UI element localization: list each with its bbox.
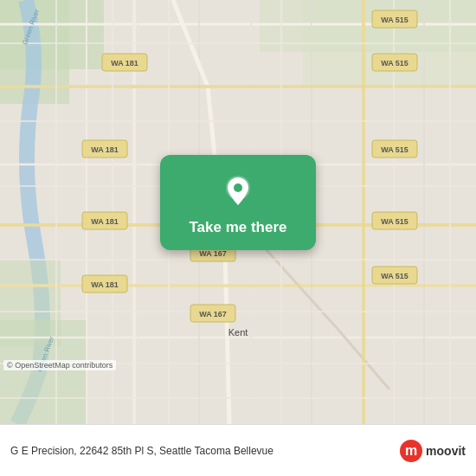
moovit-icon: m [400, 440, 422, 462]
svg-text:WA 167: WA 167 [199, 249, 227, 258]
svg-text:WA 515: WA 515 [381, 217, 408, 226]
svg-text:WA 515: WA 515 [381, 272, 408, 280]
svg-text:WA 181: WA 181 [111, 59, 138, 68]
svg-text:WA 515: WA 515 [381, 16, 408, 24]
bottom-bar: G E Precision, 22642 85th Pl S, Seattle … [0, 424, 476, 476]
address-text: G E Precision, 22642 85th Pl S, Seattle … [10, 445, 400, 457]
cta-label: Take me there [189, 219, 286, 236]
svg-text:WA 515: WA 515 [381, 145, 408, 154]
svg-text:WA 181: WA 181 [91, 217, 119, 226]
svg-text:WA 181: WA 181 [91, 145, 119, 154]
svg-text:WA 181: WA 181 [91, 280, 119, 289]
moovit-logo: m moovit [400, 440, 466, 462]
location-pin-icon [219, 172, 257, 210]
svg-rect-4 [0, 260, 61, 346]
take-me-there-button[interactable]: Take me there [160, 155, 316, 250]
svg-point-64 [234, 183, 242, 192]
svg-text:WA 515: WA 515 [381, 59, 408, 68]
map-attribution: © OpenStreetMap contributors [3, 360, 116, 370]
map-container: WA 515 WA 515 WA 515 WA 515 WA 515 WA 18… [0, 0, 476, 424]
svg-text:Kent: Kent [228, 327, 248, 338]
moovit-text: moovit [426, 444, 466, 458]
svg-text:WA 167: WA 167 [199, 310, 227, 318]
